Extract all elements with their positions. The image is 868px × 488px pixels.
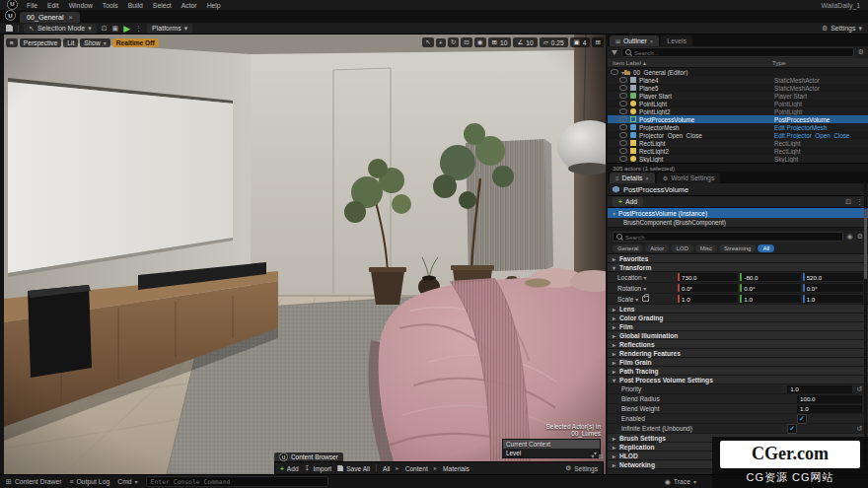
enabled-checkbox[interactable]: ✓ <box>797 414 807 424</box>
rotate-tool-icon[interactable]: ↻ <box>448 37 460 47</box>
location-x-field[interactable]: 730.0 <box>678 273 738 281</box>
trace-button[interactable]: ◉Trace▾ <box>665 478 696 486</box>
component-row-instance[interactable]: ▾ PostProcessVolume (Instance) <box>608 208 868 218</box>
console-input[interactable]: Enter Console Command <box>146 476 328 487</box>
visibility-eye-icon[interactable] <box>619 140 627 146</box>
scale-tool-icon[interactable]: ⊡ <box>461 37 472 47</box>
visibility-eye-icon[interactable] <box>619 93 627 99</box>
breadcrumb-all[interactable]: All <box>383 465 390 472</box>
section-color-grading[interactable]: ▸Color Grading <box>608 314 868 322</box>
blend-weight-field[interactable]: 1.0 <box>797 405 862 413</box>
play-options-icon[interactable]: ⋮ <box>135 25 142 33</box>
visibility-eye-icon[interactable] <box>619 77 627 83</box>
close-icon[interactable]: × <box>645 175 649 181</box>
table-row[interactable]: Player StartPlayer Start <box>608 92 868 100</box>
section-ppv-settings[interactable]: ▾Post Process Volume Settings <box>608 376 868 384</box>
menu-actor[interactable]: Actor <box>177 2 202 9</box>
3d-scene[interactable] <box>4 35 606 474</box>
section-reflections[interactable]: ▸Reflections <box>608 340 868 349</box>
table-row[interactable]: RectLightRectLight <box>608 139 868 147</box>
outliner-search-input[interactable]: Search... <box>621 47 854 57</box>
table-row[interactable]: PointLightPointLight <box>608 100 868 107</box>
perspective-dropdown[interactable]: Perspective <box>20 38 61 47</box>
table-row[interactable]: Plane4StaticMeshActor <box>608 76 868 84</box>
tab-details[interactable]: ≡ Details × <box>610 173 655 183</box>
blueprint-edit-icon[interactable]: ⊡ <box>845 198 851 206</box>
expand-icon[interactable]: ▾ <box>613 210 615 217</box>
unreal-logo-icon[interactable]: U <box>7 0 18 10</box>
column-type[interactable]: Type <box>772 59 863 66</box>
menu-select[interactable]: Select <box>148 2 177 9</box>
tab-levels[interactable]: Levels <box>661 35 692 46</box>
details-search-input[interactable]: Search <box>613 232 843 242</box>
tab-world-settings[interactable]: ⚙ World Settings <box>657 173 720 183</box>
menu-tools[interactable]: Tools <box>98 2 123 9</box>
section-global-illumination[interactable]: ▸Global Illumination <box>608 331 868 340</box>
cinematics-icon[interactable]: ▣ <box>112 25 119 33</box>
breadcrumb-materials[interactable]: Materials <box>443 465 470 472</box>
more-options-icon[interactable]: ⋮ <box>856 198 863 206</box>
scrollbar-thumb[interactable] <box>864 208 867 279</box>
section-rendering-features[interactable]: ▸Rendering Features <box>608 349 868 358</box>
table-row[interactable]: RectLight2RectLight <box>608 147 868 155</box>
menu-edit[interactable]: Edit <box>42 2 64 9</box>
filter-funnel-icon[interactable] <box>612 50 617 55</box>
close-icon[interactable]: × <box>69 13 73 22</box>
infinite-extent-checkbox[interactable]: ✓ <box>787 424 797 434</box>
rotation-z-field[interactable]: 0.0° <box>803 284 863 292</box>
visibility-eye-icon[interactable] <box>619 108 627 114</box>
visibility-eye-icon[interactable] <box>619 101 627 106</box>
tab-misc[interactable]: Misc <box>695 244 717 252</box>
visibility-eye-icon[interactable] <box>611 69 618 75</box>
tab-outliner[interactable]: ⊞ Outliner × <box>610 35 659 46</box>
menu-build[interactable]: Build <box>123 2 148 9</box>
platforms-dropdown[interactable]: Platforms ▾ <box>147 24 192 34</box>
move-tool-icon[interactable]: + <box>436 38 446 47</box>
location-z-field[interactable]: 520.0 <box>803 273 863 281</box>
dock-icon[interactable]: ▾ <box>591 453 594 460</box>
maximize-viewport-icon[interactable]: ⊞ <box>592 37 604 47</box>
table-row[interactable]: ▾ 00_General (Editor) <box>608 68 868 76</box>
section-film[interactable]: ▸Film <box>608 322 868 331</box>
world-space-icon[interactable]: ◉ <box>474 37 486 47</box>
blend-radius-field[interactable]: 100.0 <box>797 395 862 403</box>
visibility-eye-icon[interactable] <box>619 124 627 130</box>
chevron-down-icon[interactable]: ▾ <box>635 296 638 303</box>
show-dropdown[interactable]: Show▾ <box>80 38 110 47</box>
breadcrumb-content[interactable]: Content <box>405 465 428 472</box>
outliner-settings-icon[interactable]: ⚙ <box>858 48 864 56</box>
content-browser-tab[interactable]: U Content Browser <box>274 453 343 461</box>
rotation-y-field[interactable]: 0.0° <box>740 284 800 292</box>
table-row-selected[interactable]: PostProcessVolumePostProcessVolume <box>608 115 868 123</box>
visibility-filter-icon[interactable]: ◉ <box>847 233 853 241</box>
select-tool-icon[interactable]: ↖ <box>422 37 434 47</box>
menu-file[interactable]: File <box>22 2 42 9</box>
expand-icon[interactable]: ▾ <box>621 69 624 76</box>
rotation-x-field[interactable]: 0.0° <box>678 284 738 292</box>
reset-icon[interactable]: ↺ <box>856 425 862 433</box>
selection-mode-dropdown[interactable]: ↖ Selection Mode ▾ <box>24 24 97 34</box>
viewport[interactable]: ≡ Perspective Lit Show▾ Realtime Off ↖ +… <box>4 35 606 474</box>
reset-icon[interactable]: ↺ <box>856 385 862 393</box>
section-film-grain[interactable]: ▸Film Grain <box>608 358 868 367</box>
actor-type-edit-link[interactable]: Edit ProjectorMesh <box>774 124 865 131</box>
settings-label[interactable]: Settings <box>831 25 855 32</box>
viewport-menu-button[interactable]: ≡ <box>6 38 18 47</box>
scale-z-field[interactable]: 1.0 <box>803 295 863 303</box>
content-drawer-button[interactable]: ⊞Content Drawer <box>6 478 61 486</box>
lock-icon[interactable] <box>642 296 649 302</box>
tab-all[interactable]: All <box>758 244 774 252</box>
visibility-eye-icon[interactable] <box>619 148 627 154</box>
section-transform[interactable]: ▾Transform <box>608 263 868 272</box>
save-icon[interactable] <box>6 25 13 32</box>
scale-x-field[interactable]: 1.0 <box>678 295 738 303</box>
scale-snap-control[interactable]: ▱0.25 <box>540 37 568 47</box>
table-row[interactable]: Plane5StaticMeshActor <box>608 84 868 92</box>
visibility-eye-icon[interactable] <box>619 132 627 138</box>
visibility-eye-icon[interactable] <box>619 156 627 162</box>
component-row-brush[interactable]: BrushComponent (BrushComponent) <box>608 218 868 228</box>
visibility-eye-icon[interactable] <box>619 85 627 91</box>
save-all-button[interactable]: Save All <box>337 465 370 472</box>
tab-streaming[interactable]: Streaming <box>719 244 756 252</box>
tab-00-general[interactable]: 00_General × <box>20 12 80 23</box>
